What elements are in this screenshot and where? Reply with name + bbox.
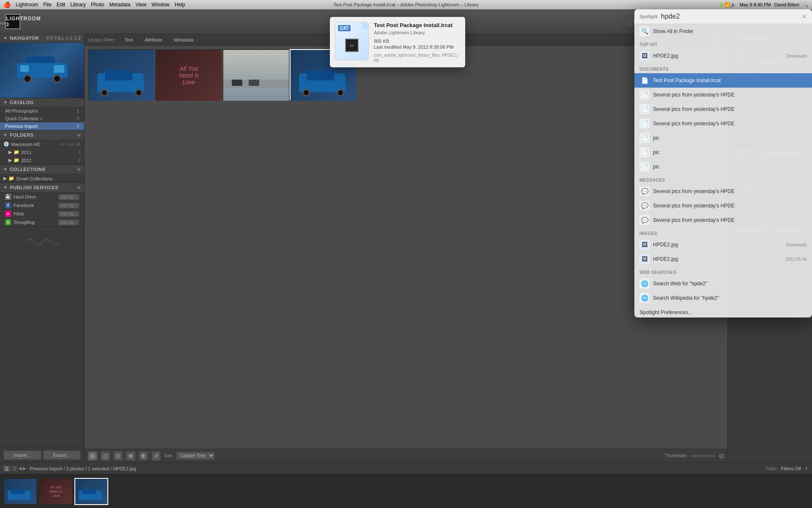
menu-window[interactable]: Window [151, 2, 170, 8]
spotlight-img-1[interactable]: 🖼 HPDE2.jpg Downloads [634, 237, 812, 252]
import-button[interactable]: Import... [3, 450, 41, 460]
view-survey-btn[interactable]: ⊠ [126, 451, 135, 461]
spotlight-doc-6[interactable]: 📄 pic [634, 160, 812, 174]
prev-page-btn[interactable]: ◀ [19, 466, 22, 471]
smugmug-setup[interactable]: Set Up... [58, 220, 79, 225]
collections-header[interactable]: ▼ Collections + [0, 165, 84, 174]
spotlight-input[interactable] [661, 13, 798, 20]
photo-cell-1[interactable] [88, 49, 154, 100]
spotlight-doc-0[interactable]: 📄 Test Post Package Install.lrcat [634, 73, 812, 88]
thumb-slider[interactable] [690, 455, 716, 457]
rotate-btn[interactable]: ↺ [151, 451, 161, 461]
next-page-btn[interactable]: ▶ [23, 466, 26, 471]
add-collection-button[interactable]: + [77, 166, 81, 172]
publish-hard-drive[interactable]: 💾 Hard Drive Set Up... [0, 193, 84, 201]
menu-view[interactable]: View [136, 2, 147, 8]
folder-2012[interactable]: ▶ 📁 2012 2 [0, 156, 84, 164]
spotlight-msg-3[interactable]: 💬 Several pics from yesterday's HPDE [634, 213, 812, 227]
documents-separator [634, 64, 812, 64]
zoom-fill[interactable]: FILL [55, 36, 65, 41]
filter-value-dropdown[interactable]: ▼ [804, 466, 809, 471]
filmstrip-thumb-1[interactable] [3, 478, 37, 505]
menu-edit[interactable]: Edit [57, 2, 66, 8]
spotlight-doc-5[interactable]: 📄 pic [634, 145, 812, 160]
page-1-btn[interactable]: 1 [3, 466, 10, 472]
publish-services-header[interactable]: ▼ Publish Services + [0, 183, 84, 193]
smart-collections[interactable]: ▶ 📁 Smart Collections [0, 174, 84, 182]
filter-text[interactable]: Text [122, 36, 135, 43]
doc0-icon: 📄 [639, 75, 650, 86]
zoom-fit[interactable]: FIT [47, 36, 54, 41]
view-grid-btn[interactable]: ⊞ [88, 451, 97, 461]
catalog-header[interactable]: ▼ Catalog [0, 98, 84, 107]
view-compare-btn[interactable]: ⊡ [113, 451, 123, 461]
spotlight-img-2[interactable]: 🖼 HPDE2.jpg 2012-05-06 [634, 252, 812, 266]
catalog-all-photographs[interactable]: All Photographs 3 [0, 107, 84, 115]
menu-photo[interactable]: Photo [91, 2, 104, 8]
publish-facebook[interactable]: f Facebook Set Up... [0, 201, 84, 210]
publish-flickr[interactable]: ● Flickr Set Up... [0, 210, 84, 218]
hard-drive-setup[interactable]: Set Up... [58, 194, 79, 200]
top-hit-item[interactable]: 🖼 HPDE2.jpg Downloads [634, 49, 812, 63]
menu-metadata[interactable]: Metadata [109, 2, 130, 8]
spotlight-close-btn[interactable]: ✕ [802, 13, 807, 20]
sort-select[interactable]: Capture Time [176, 452, 215, 460]
page-2-btn[interactable]: 2 [11, 466, 18, 472]
spotlight-doc-1[interactable]: 📄 Several pics from yesterday's HPDE [634, 88, 812, 102]
macintosh-hd-label: Macintosh HD [11, 142, 40, 147]
catalog-quick-collection[interactable]: Quick Collection + 0 [0, 115, 84, 122]
filmstrip-thumb-3[interactable] [74, 478, 108, 505]
spotlight-doc-4[interactable]: 📄 pic [634, 131, 812, 145]
photo1-wheel-r [135, 89, 143, 97]
menu-file[interactable]: File [43, 2, 51, 8]
folder-macintosh-hd[interactable]: 💿 Macintosh HD 4.9 / 185 GB [0, 140, 84, 148]
export-button[interactable]: Export... [43, 450, 81, 460]
navigator-preview [0, 43, 84, 98]
top-hit-name: HPDE2.jpg [653, 53, 783, 59]
spotlight-msg-2[interactable]: 💬 Several pics from yesterday's HPDE [634, 199, 812, 213]
img2-icon: 🖼 [639, 254, 650, 264]
spotlight-msg-1[interactable]: 💬 Several pics from yesterday's HPDE [634, 184, 812, 199]
hdd-size: 4.9 / 185 GB [59, 142, 81, 146]
folder-2011[interactable]: ▶ 📁 2011 1 [0, 148, 84, 156]
file-cat-label: CAT [338, 25, 351, 31]
spotlight-preferences[interactable]: Spotlight Preferences... [634, 307, 812, 318]
img1-sub: Downloads [786, 243, 807, 247]
facebook-setup[interactable]: Set Up... [58, 203, 79, 208]
delete-btn[interactable]: 🗑 [139, 451, 148, 461]
menu-lightroom[interactable]: Lightroom [16, 2, 38, 8]
spotlight-web-1[interactable]: 🌐 Search Web for "hpde2" [634, 276, 812, 291]
main-area: Library Filter: Text Attribute Metadata … [85, 34, 727, 462]
spotlight-web-2[interactable]: 🌐 Search Wikipedia for "hpde2" [634, 291, 812, 305]
smugmug-label: SmugMug [14, 220, 35, 225]
photo-cell-3[interactable] [222, 49, 288, 100]
filmstrip-thumb-2[interactable]: All YouNeed IsLove [39, 478, 73, 505]
web1-name: Search Web for "hpde2" [653, 281, 807, 287]
zoom-1-2[interactable]: 1:2 [74, 36, 81, 41]
navigator-header[interactable]: ▼ Navigator FIT FILL 1:1 1:2 [0, 34, 84, 43]
img2-sub: 2012-05-06 [785, 257, 807, 262]
photo-cell-2[interactable]: All YouNeed IsLove [155, 49, 221, 100]
filter-value[interactable]: Filters Off [781, 466, 801, 471]
add-publish-button[interactable]: + [77, 185, 81, 190]
spotlight-show-all[interactable]: 🔍 Show All in Finder [634, 24, 812, 39]
zoom-1-1[interactable]: 1:1 [66, 36, 73, 41]
filter-metadata[interactable]: Metadata [171, 36, 196, 43]
view-loupe-btn[interactable]: ◫ [101, 451, 110, 461]
menu-library[interactable]: Library [70, 2, 86, 8]
add-folder-button[interactable]: + [77, 132, 81, 138]
spotlight-icon[interactable]: 🔍 [803, 2, 809, 8]
publish-smugmug[interactable]: S SmugMug Set Up... [0, 218, 84, 226]
catalog-previous-import[interactable]: Previous Import 3 [0, 122, 84, 130]
doc1-icon: 📄 [639, 90, 650, 100]
spotlight-doc-3[interactable]: 📄 Several pics from yesterday's HPDE [634, 116, 812, 131]
folders-header[interactable]: ▼ Folders + [0, 130, 84, 140]
filter-attribute[interactable]: Attribute [142, 36, 165, 43]
user-name[interactable]: David Bitton [774, 2, 799, 7]
publish-triangle: ▼ [3, 185, 7, 190]
folders-triangle: ▼ [3, 133, 7, 137]
apple-menu[interactable]: 🍎 [3, 1, 11, 8]
menu-help[interactable]: Help [175, 2, 185, 8]
spotlight-doc-2[interactable]: 📄 Several pics from yesterday's HPDE [634, 102, 812, 116]
flickr-setup[interactable]: Set Up... [58, 211, 79, 217]
